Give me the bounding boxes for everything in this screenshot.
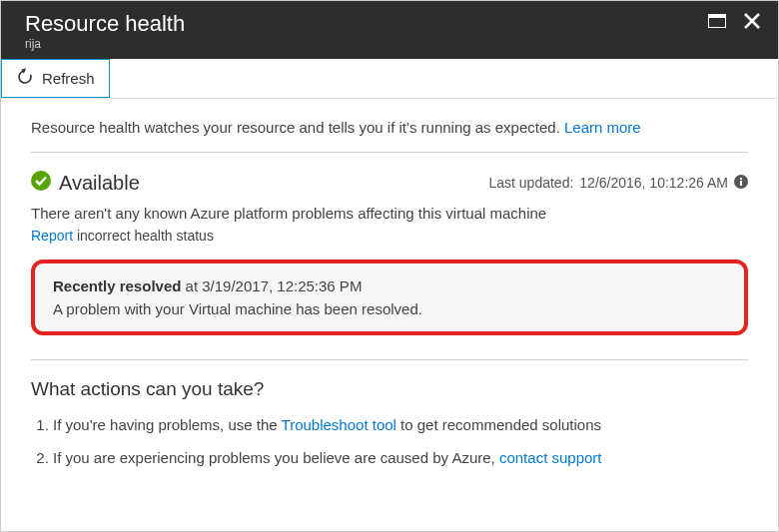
status-label: Available	[59, 172, 140, 195]
maximize-icon[interactable]	[708, 14, 726, 32]
intro-text: Resource health watches your resource an…	[31, 119, 748, 153]
info-icon[interactable]	[734, 175, 748, 192]
recently-resolved-box: Recently resolved at 3/19/2017, 12:25:36…	[31, 260, 748, 335]
action1-suffix: to get recommended solutions	[396, 416, 601, 433]
status-left: Available	[31, 171, 140, 195]
refresh-label: Refresh	[42, 70, 95, 87]
troubleshoot-tool-link[interactable]: Troubleshoot tool	[282, 416, 396, 433]
resolved-message: A problem with your Virtual machine has …	[53, 300, 726, 317]
resolved-line1: Recently resolved at 3/19/2017, 12:25:36…	[53, 277, 726, 294]
contact-support-link[interactable]: contact support	[499, 449, 602, 466]
action-item-1: If you're having problems, use the Troub…	[53, 414, 748, 435]
refresh-button[interactable]: Refresh	[1, 59, 110, 98]
header-controls	[708, 11, 760, 33]
actions-list: If you're having problems, use the Troub…	[31, 414, 748, 468]
report-suffix: incorrect health status	[73, 228, 214, 244]
blade-title: Resource health	[25, 11, 185, 37]
resolved-label: Recently resolved	[53, 277, 181, 294]
svg-rect-4	[740, 181, 742, 186]
status-row: Available Last updated: 12/6/2016, 10:12…	[31, 171, 748, 195]
status-right: Last updated: 12/6/2016, 10:12:26 AM	[488, 175, 748, 192]
toolbar: Refresh	[1, 59, 778, 99]
actions-title: What actions can you take?	[31, 378, 748, 400]
last-updated-value: 12/6/2016, 10:12:26 AM	[579, 175, 728, 191]
blade-subtitle: rija	[25, 37, 185, 51]
svg-rect-1	[708, 14, 726, 18]
check-icon	[31, 171, 51, 195]
report-link[interactable]: Report	[31, 228, 73, 244]
action1-prefix: If you're having problems, use the	[53, 416, 282, 433]
problems-text: There aren't any known Azure platform pr…	[31, 205, 748, 222]
learn-more-link[interactable]: Learn more	[564, 119, 641, 136]
intro-body: Resource health watches your resource an…	[31, 119, 564, 136]
separator	[31, 359, 748, 360]
svg-point-2	[31, 171, 51, 191]
report-line: Report incorrect health status	[31, 228, 748, 244]
action2-prefix: If you are experiencing problems you bel…	[53, 449, 499, 466]
content: Resource health watches your resource an…	[1, 99, 778, 500]
svg-rect-5	[740, 178, 742, 180]
close-icon[interactable]	[744, 13, 760, 33]
last-updated-prefix: Last updated:	[488, 175, 573, 191]
refresh-icon	[16, 68, 34, 89]
resolved-at: at 3/19/2017, 12:25:36 PM	[181, 277, 362, 294]
blade-header: Resource health rija	[1, 1, 778, 59]
header-text: Resource health rija	[25, 11, 185, 51]
action-item-2: If you are experiencing problems you bel…	[53, 447, 748, 468]
